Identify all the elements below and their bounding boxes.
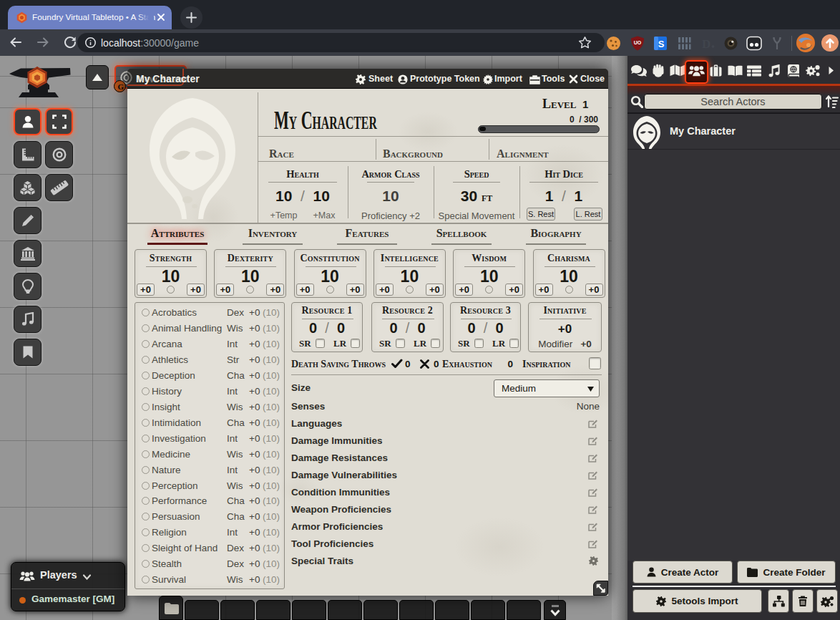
svg-text:UO: UO xyxy=(634,40,642,45)
svg-text:D: D xyxy=(702,37,710,51)
svg-text:S: S xyxy=(658,39,665,49)
